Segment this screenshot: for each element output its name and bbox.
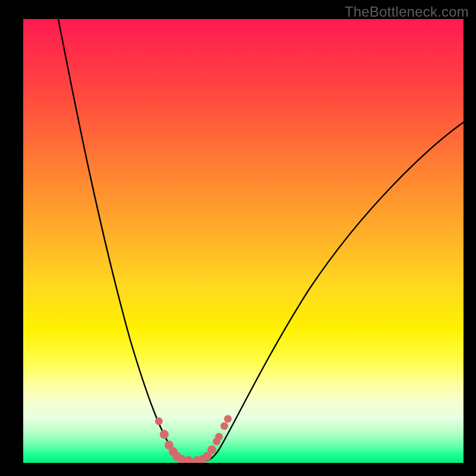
plot-area bbox=[23, 19, 464, 463]
marker-dot bbox=[184, 456, 193, 464]
marker-dot bbox=[224, 415, 232, 423]
bottleneck-curve bbox=[58, 19, 464, 461]
watermark-text: TheBottleneck.com bbox=[345, 4, 469, 20]
marker-dot bbox=[221, 422, 228, 430]
marker-dot bbox=[215, 433, 223, 441]
outer-frame: TheBottleneck.com bbox=[0, 0, 476, 476]
marker-dot bbox=[155, 418, 163, 425]
chart-svg bbox=[23, 19, 464, 463]
marker-dot bbox=[208, 446, 217, 455]
marker-dot bbox=[160, 430, 169, 439]
